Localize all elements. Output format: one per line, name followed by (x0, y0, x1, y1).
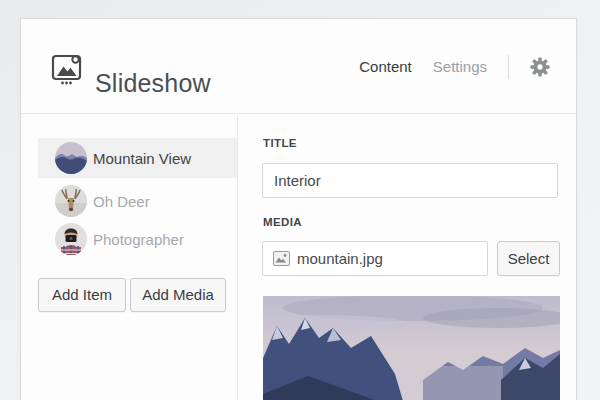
add-item-button[interactable]: Add Item (38, 278, 126, 312)
card-header: Slideshow Content Settings (21, 19, 576, 114)
page-title: Slideshow (95, 69, 211, 98)
slide-item-label: Photographer (93, 231, 184, 248)
slideshow-widget-card: Slideshow Content Settings (20, 18, 577, 400)
slide-list-item-photographer[interactable]: Photographer (38, 220, 237, 258)
gear-icon[interactable] (530, 57, 550, 77)
slide-item-label: Mountain View (93, 150, 191, 167)
header-nav: Content Settings (359, 19, 550, 114)
title-field-label: TITLE (263, 137, 297, 149)
avatar-deer-photo (55, 185, 87, 217)
title-input[interactable] (262, 163, 558, 198)
media-filename: mountain.jpg (297, 250, 383, 267)
avatar-mountain-photo (55, 142, 87, 174)
add-media-button[interactable]: Add Media (130, 278, 226, 312)
media-file-input[interactable]: mountain.jpg (262, 241, 488, 276)
avatar-photographer-photo (55, 223, 87, 255)
select-media-button[interactable]: Select (497, 241, 560, 276)
sidebar-divider (237, 115, 238, 400)
image-icon (273, 251, 290, 266)
slide-item-label: Oh Deer (93, 193, 150, 210)
media-preview-image (263, 296, 560, 400)
slide-list-item-mountain-view[interactable]: Mountain View (38, 138, 237, 178)
nav-divider (508, 55, 509, 79)
slide-list-item-oh-deer[interactable]: Oh Deer (38, 182, 237, 220)
nav-tab-settings[interactable]: Settings (433, 58, 487, 75)
nav-tab-content[interactable]: Content (359, 58, 412, 75)
slideshow-image-icon (51, 53, 83, 87)
media-field-label: MEDIA (263, 216, 302, 228)
